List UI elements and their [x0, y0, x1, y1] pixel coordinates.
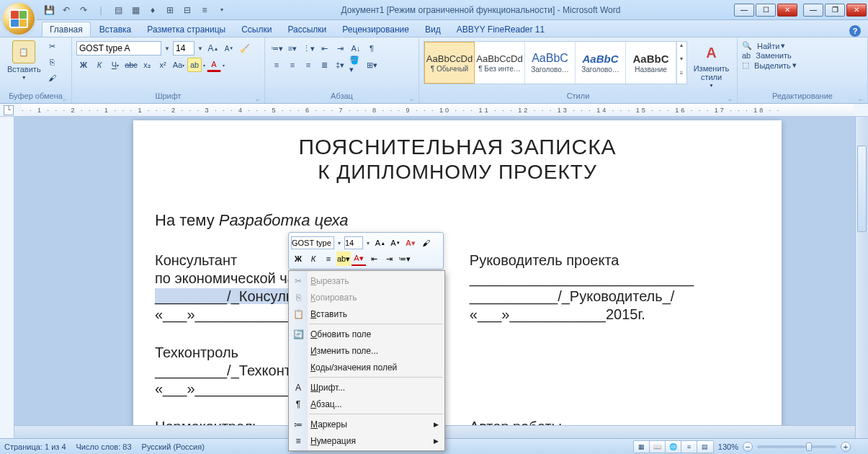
line-spacing-icon[interactable]: ‡▾ — [333, 58, 347, 72]
strike-icon[interactable]: abc — [124, 58, 138, 72]
underline-icon[interactable]: Ч▾ — [108, 58, 122, 72]
save-icon[interactable]: 💾 — [42, 3, 56, 17]
show-marks-icon[interactable]: ¶ — [364, 41, 379, 55]
undo-icon[interactable]: ↶ — [59, 3, 73, 17]
align-left-icon[interactable]: ≡ — [269, 58, 284, 72]
shrink-font-icon[interactable]: A▼ — [222, 41, 236, 55]
zoom-level[interactable]: 130% — [718, 442, 738, 451]
office-button[interactable] — [3, 3, 43, 43]
style-heading2[interactable]: AaBbCЗаголово… — [576, 42, 626, 84]
help-icon[interactable]: ? — [849, 25, 861, 37]
minimize-button[interactable]: — — [734, 4, 754, 17]
app-close-button[interactable]: ✕ — [846, 4, 867, 17]
mini-indentinc-icon[interactable]: ⇥ — [382, 252, 396, 266]
mini-bold-icon[interactable]: Ж — [291, 252, 305, 266]
format-painter-icon[interactable]: 🖌 — [45, 71, 60, 85]
styles-gallery[interactable]: AaBbCcDd¶ Обычный AaBbCcDd¶ Без инте… Aa… — [424, 41, 687, 84]
status-lang[interactable]: Русский (Россия) — [142, 442, 205, 451]
gallery-more-icon[interactable]: ≡ — [677, 70, 686, 84]
mini-highlight-icon[interactable]: ab▾ — [336, 252, 351, 266]
tab-abbyy[interactable]: ABBYY FineReader 11 — [449, 22, 552, 37]
ctx-кодызначенияполей[interactable]: Коды/значения полей — [289, 359, 444, 375]
page[interactable]: ПОЯСНИТЕЛЬНАЯ ЗАПИСКА К ДИПЛОМНОМУ ПРОЕК… — [133, 120, 782, 438]
qat-custom-1[interactable]: ▤ — [111, 3, 125, 17]
view-outline-icon[interactable]: ≡ — [681, 441, 697, 453]
justify-icon[interactable]: ≣ — [317, 58, 331, 72]
close-button[interactable]: ✕ — [777, 4, 797, 17]
font-size-input[interactable] — [173, 41, 194, 55]
tab-references[interactable]: Ссылки — [234, 22, 279, 37]
font-size-dropdown-icon[interactable]: ▼ — [196, 45, 205, 52]
view-web-icon[interactable]: 🌐 — [666, 441, 681, 453]
highlight-icon[interactable]: ab — [187, 58, 202, 72]
tab-review[interactable]: Рецензирование — [335, 22, 416, 37]
zoom-in-button[interactable]: + — [841, 442, 851, 452]
bullets-icon[interactable]: ≔▾ — [269, 41, 284, 55]
indent-inc-icon[interactable]: ⇥ — [333, 41, 347, 55]
qat-more-icon[interactable]: ▾ — [215, 3, 229, 17]
mini-bullets-icon[interactable]: ≔▾ — [397, 252, 411, 266]
align-right-icon[interactable]: ≡ — [301, 58, 316, 72]
tab-selector-icon[interactable]: └ — [4, 105, 14, 115]
qat-custom-3[interactable]: ♦ — [146, 3, 160, 17]
tab-pagelayout[interactable]: Разметка страницы — [140, 22, 233, 37]
zoom-slider[interactable] — [757, 445, 836, 448]
font-name-dropdown-icon[interactable]: ▼ — [163, 45, 171, 52]
indent-dec-icon[interactable]: ⇤ — [317, 41, 331, 55]
ctx-вставить[interactable]: 📋Вставить — [289, 306, 444, 322]
align-center-icon[interactable]: ≡ — [285, 58, 300, 72]
status-page[interactable]: Страница: 1 из 4 — [4, 442, 66, 451]
numbering-icon[interactable]: ≡▾ — [285, 41, 300, 55]
replace-button[interactable]: ab Заменить — [742, 51, 792, 60]
mini-indentdec-icon[interactable]: ⇤ — [367, 252, 381, 266]
document-content[interactable]: ПОЯСНИТЕЛЬНАЯ ЗАПИСКА К ДИПЛОМНОМУ ПРОЕК… — [133, 120, 782, 438]
font-color-icon[interactable]: A — [207, 58, 221, 72]
ctx-шрифт[interactable]: AШрифт... — [289, 379, 444, 396]
tab-home[interactable]: Главная — [42, 22, 91, 37]
mini-shrink-icon[interactable]: A▼ — [388, 236, 403, 250]
style-nospacing[interactable]: AaBbCcDd¶ Без инте… — [475, 42, 525, 84]
qat-custom-4[interactable]: ⊞ — [163, 3, 177, 17]
mini-font-input[interactable] — [291, 236, 334, 249]
qat-custom-6[interactable]: ≡ — [197, 3, 212, 17]
find-button[interactable]: 🔍 Найти ▾ — [742, 41, 785, 50]
tab-view[interactable]: Вид — [418, 22, 448, 37]
ctx-изменитьполе[interactable]: Изменить поле... — [289, 342, 444, 359]
sort-icon[interactable]: A↓ — [349, 41, 363, 55]
mini-grow-icon[interactable]: A▲ — [373, 236, 388, 250]
font-name-input[interactable] — [76, 41, 161, 55]
borders-icon[interactable]: ⊞▾ — [364, 58, 379, 72]
select-button[interactable]: ⬚ Выделить ▾ — [742, 61, 797, 70]
zoom-knob[interactable] — [806, 442, 812, 451]
status-words[interactable]: Число слов: 83 — [76, 442, 132, 451]
paste-button[interactable]: 📋 Вставить ▼ — [4, 39, 44, 81]
mini-painter-icon[interactable]: 🖌 — [419, 236, 433, 250]
tab-insert[interactable]: Вставка — [92, 22, 139, 37]
mini-center-icon[interactable]: ≡ — [321, 252, 336, 266]
zoom-out-button[interactable]: − — [743, 442, 753, 452]
superscript-icon[interactable]: x² — [156, 58, 170, 72]
ruler-horizontal[interactable]: └ · · 1 · · · 2 · · · 1 · · · 1 · · · 2 … — [0, 104, 868, 117]
mini-size-input[interactable] — [344, 236, 363, 249]
ctx-нумерация[interactable]: ≡Нумерация▶ — [289, 432, 444, 449]
style-title[interactable]: AaBbCНазвание — [626, 42, 676, 84]
change-styles-button[interactable]: A Изменить стили ▼ — [690, 41, 733, 89]
style-normal[interactable]: AaBbCcDd¶ Обычный — [424, 42, 475, 84]
ctx-абзац[interactable]: ¶Абзац... — [289, 396, 444, 412]
app-minimize-button[interactable]: — — [803, 4, 823, 17]
multilevel-icon[interactable]: ⋮▾ — [301, 41, 316, 55]
clear-format-icon[interactable]: 🧹 — [238, 41, 252, 55]
shading-icon[interactable]: 🪣▾ — [349, 58, 363, 72]
scrollbar-vertical[interactable] — [855, 117, 868, 438]
redo-icon[interactable]: ↷ — [76, 3, 91, 17]
bold-icon[interactable]: Ж — [76, 58, 91, 72]
change-case-icon[interactable]: Aa▾ — [171, 58, 186, 72]
mini-color-icon[interactable]: A▾ — [352, 252, 366, 266]
ruler-vertical[interactable] — [0, 117, 14, 438]
copy-icon[interactable]: ⎘ — [45, 55, 60, 69]
qat-custom-2[interactable]: ▦ — [128, 3, 143, 17]
cut-icon[interactable]: ✂ — [45, 39, 60, 53]
mini-italic-icon[interactable]: К — [306, 252, 321, 266]
view-draft-icon[interactable]: ▤ — [697, 441, 713, 453]
grow-font-icon[interactable]: A▲ — [206, 41, 220, 55]
